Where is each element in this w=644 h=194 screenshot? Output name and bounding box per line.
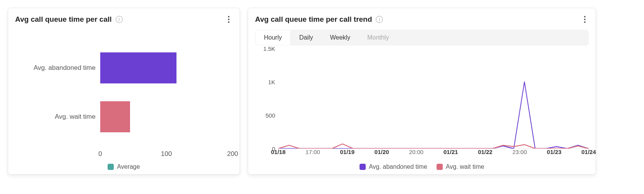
line-x-tick: 01/21 [444,149,458,155]
time-range-segmented-control: Hourly Daily Weekly Monthly [255,30,589,45]
hbar-category-label: Avg. abandoned time [15,64,100,72]
segment-monthly: Monthly [359,30,397,45]
legend-swatch [437,164,443,170]
card-header: Avg call queue time per call i [15,14,233,24]
line-y-tick: 500 [265,112,275,119]
segment-daily[interactable]: Daily [291,30,322,45]
line-x-tick: 01/22 [478,149,493,155]
hbar-x-axis: 0100200 [100,150,233,160]
line-plot-svg [278,48,589,149]
line-chart: 05001K1.5K 01/1817:0001/1901/2020:0001/2… [255,48,589,170]
card-title: Avg call queue time per call trend [255,15,372,24]
line-x-tick: 01/18 [271,149,286,155]
legend-swatch [108,164,114,170]
line-x-tick: 17:00 [305,149,320,155]
legend-item-wait: Avg. wait time [437,163,484,170]
hbar-chart: Avg. abandoned timeAvg. wait time 010020… [15,24,233,170]
line-x-tick: 20:00 [409,149,424,155]
line-x-tick: 23:00 [512,149,527,155]
hbar-fill [100,52,176,83]
kebab-menu-icon[interactable] [225,14,233,24]
kebab-menu-icon[interactable] [581,14,589,24]
hbar-track [100,101,233,132]
segment-weekly[interactable]: Weekly [322,30,359,45]
hbar-row: Avg. abandoned time [15,52,233,83]
hbar-fill [100,101,130,132]
legend-label: Avg. wait time [446,163,484,170]
line-x-tick: 01/23 [547,149,562,155]
line-y-axis: 05001K1.5K [255,48,278,149]
hbar-x-tick: 100 [161,150,172,158]
card-title: Avg call queue time per call [15,15,112,24]
hbar-legend: Average [15,163,233,170]
legend-label: Average [117,163,140,170]
legend-label: Avg. abandoned time [369,163,427,170]
info-icon[interactable]: i [376,16,383,23]
line-x-tick: 01/19 [340,149,355,155]
card-avg-queue-time: Avg call queue time per call i Avg. aban… [8,8,240,175]
hbar-x-tick: 0 [98,150,102,158]
hbar-category-label: Avg. wait time [15,113,100,121]
segment-hourly[interactable]: Hourly [255,30,291,45]
line-y-tick: 1.5K [263,45,275,52]
card-avg-queue-time-trend: Avg call queue time per call trend i Hou… [248,8,596,175]
line-series [278,144,589,149]
line-series [278,82,589,149]
legend-swatch [360,164,366,170]
line-x-tick: 01/20 [375,149,389,155]
line-x-axis: 01/1817:0001/1901/2020:0001/2101/2223:00… [278,149,589,159]
card-title-wrap: Avg call queue time per call i [15,15,123,24]
legend-item-abandoned: Avg. abandoned time [360,163,427,170]
card-header: Avg call queue time per call trend i [255,14,589,24]
line-x-tick: 01/24 [581,149,596,155]
line-plot: 05001K1.5K [255,48,589,149]
hbar-x-tick: 200 [227,150,238,158]
line-legend: Avg. abandoned time Avg. wait time [255,163,589,170]
hbar-row: Avg. wait time [15,101,233,132]
line-y-tick: 1K [268,79,275,85]
card-title-wrap: Avg call queue time per call trend i [255,15,383,24]
hbar-track [100,52,233,83]
info-icon[interactable]: i [116,16,123,23]
